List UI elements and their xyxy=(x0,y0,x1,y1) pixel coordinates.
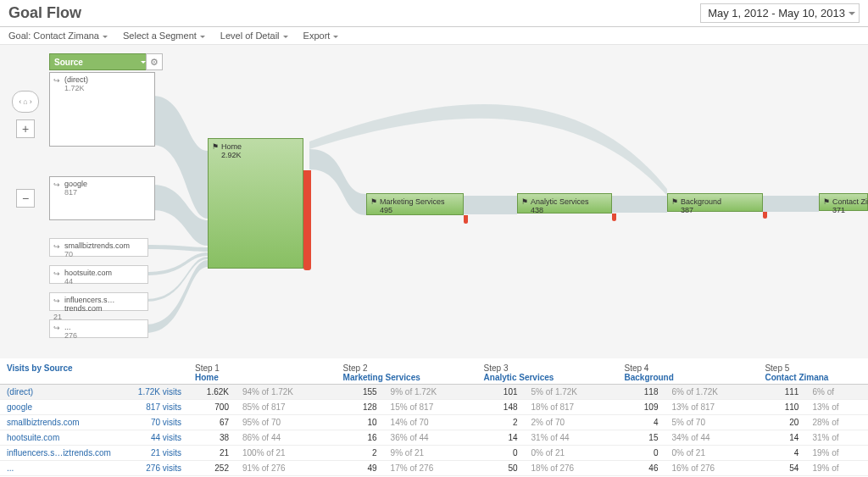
row-source[interactable]: smallbiztrends.com xyxy=(7,418,80,427)
col-step-label: Step 2 xyxy=(343,363,470,373)
cell-pct: 100% of 21 xyxy=(236,446,337,461)
arrow-icon: ↪ xyxy=(53,324,62,332)
cell-value: 109 xyxy=(617,400,665,415)
source-node-smallbiztrends[interactable]: ↪ smallbiztrends.com 70 xyxy=(49,238,148,257)
cell-value: 16 xyxy=(337,430,384,446)
cell-value: 0 xyxy=(617,446,665,461)
cell-value: 50 xyxy=(477,461,525,476)
cell-value: 67 xyxy=(188,415,236,430)
cell-value: 49 xyxy=(337,461,384,476)
source-node-other[interactable]: ↪ ... 276 xyxy=(49,319,148,338)
goal-selector-label: Goal: Contact Zimana xyxy=(8,31,99,41)
step-node-home[interactable]: ⚑ Home 2.92K xyxy=(208,138,303,269)
cell-value: 4 xyxy=(758,446,805,461)
detail-selector-label: Level of Detail xyxy=(220,31,280,41)
step-name: Analytic Services xyxy=(531,197,589,206)
cell-value: 14 xyxy=(758,430,805,446)
cell-pct: 86% of 44 xyxy=(236,430,337,446)
segment-selector[interactable]: Select a Segment xyxy=(123,31,205,41)
cell-pct: 36% of 44 xyxy=(384,430,477,446)
cell-value: 4 xyxy=(617,415,665,430)
col-step-name[interactable]: Background xyxy=(624,373,673,382)
cell-pct: 85% of 817 xyxy=(236,400,337,415)
table-row[interactable]: ...276 visits25291% of 2764917% of 27650… xyxy=(0,461,868,476)
cell-pct: 34% of 44 xyxy=(665,430,758,446)
segment-selector-label: Select a Segment xyxy=(123,31,197,41)
step-node-analytic[interactable]: ⚑ Analytic Services 438 xyxy=(517,193,612,214)
row-source[interactable]: google xyxy=(7,402,32,412)
home-zoom-button[interactable]: ‹ ⌂ › xyxy=(12,91,39,113)
cell-value: 148 xyxy=(477,400,525,415)
row-source[interactable]: influencers.s…iztrends.com xyxy=(7,448,111,458)
cell-pct: 0% of 21 xyxy=(525,446,618,461)
flow-data-table: Visits by Source Step 1Home Step 2Market… xyxy=(0,358,868,476)
table-row[interactable]: google817 visits70085% of 81712815% of 8… xyxy=(0,400,868,415)
row-visits: 1.72K visits xyxy=(138,387,181,397)
settings-button[interactable]: ⚙ xyxy=(146,53,163,70)
row-source[interactable]: (direct) xyxy=(7,387,33,397)
flow-visualization[interactable]: ‹ ⌂ › + − Source ⚙ ↪ (direct) 1.72K ↪ go… xyxy=(0,45,868,358)
flag-icon: ⚑ xyxy=(370,197,377,206)
table-row[interactable]: (direct)1.72K visits1.62K94% of 1.72K155… xyxy=(0,385,868,400)
arrow-icon: ↪ xyxy=(53,180,62,189)
step-node-contact[interactable]: ⚑ Contact Zimana 371 xyxy=(819,193,868,211)
export-label: Export xyxy=(303,31,331,41)
source-node-hootsuite[interactable]: ↪ hootsuite.com 44 xyxy=(49,265,148,284)
step-value: 387 xyxy=(681,206,693,214)
dimension-selector[interactable]: Source xyxy=(49,53,151,70)
source-name: (direct) xyxy=(53,75,151,84)
source-node-direct[interactable]: ↪ (direct) 1.72K xyxy=(49,72,155,147)
source-node-google[interactable]: ↪ google 817 xyxy=(49,176,155,220)
cell-value: 155 xyxy=(337,385,384,400)
table-row[interactable]: influencers.s…iztrends.com21 visits21100… xyxy=(0,446,868,461)
cell-pct: 16% of 276 xyxy=(665,461,758,476)
date-range-text: May 1, 2012 - May 10, 2013 xyxy=(708,7,845,19)
table-row[interactable]: hootsuite.com44 visits3886% of 441636% o… xyxy=(0,430,868,446)
zoom-out-button[interactable]: − xyxy=(16,189,35,208)
arrow-icon: ↪ xyxy=(53,269,62,278)
chevron-down-icon xyxy=(283,36,288,38)
step-node-background[interactable]: ⚑ Background 387 xyxy=(667,193,763,212)
row-source[interactable]: hootsuite.com xyxy=(7,433,59,442)
row-source[interactable]: ... xyxy=(7,463,14,473)
cell-pct: 95% of 70 xyxy=(236,415,337,430)
date-range-picker[interactable]: May 1, 2012 - May 10, 2013 xyxy=(700,3,860,23)
cell-pct: 2% of 70 xyxy=(525,415,618,430)
cell-value: 2 xyxy=(477,415,525,430)
source-value: 1.72K xyxy=(64,84,85,92)
export-menu[interactable]: Export xyxy=(303,31,339,41)
step-name: Home xyxy=(221,142,242,151)
col-step-name[interactable]: Contact Zimana xyxy=(765,373,828,382)
goal-selector[interactable]: Goal: Contact Zimana xyxy=(8,31,108,41)
source-node-influencers[interactable]: ↪ influencers.s…trends.com 21 xyxy=(49,292,148,311)
source-name: hootsuite.com xyxy=(53,269,144,277)
step-value: 495 xyxy=(380,206,392,214)
col-step-label: Step 5 xyxy=(765,363,861,373)
zoom-in-button[interactable]: + xyxy=(16,119,35,138)
step-name: Background xyxy=(681,197,721,206)
cell-value: 700 xyxy=(188,400,236,415)
cell-pct: 13% of xyxy=(805,400,868,415)
home-icon: ⌂ xyxy=(23,97,27,106)
table-row[interactable]: smallbiztrends.com70 visits6795% of 7010… xyxy=(0,415,868,430)
col-step-name[interactable]: Analytic Services xyxy=(484,373,554,382)
cell-pct: 15% of 817 xyxy=(384,400,477,415)
chevron-right-icon: › xyxy=(30,97,32,106)
cell-pct: 13% of 817 xyxy=(665,400,758,415)
source-name: influencers.s…trends.com xyxy=(53,296,144,313)
source-name: ... xyxy=(53,323,144,331)
cell-value: 46 xyxy=(617,461,665,476)
row-visits: 70 visits xyxy=(151,418,181,427)
col-step-name[interactable]: Marketing Services xyxy=(343,373,420,382)
cell-value: 1.62K xyxy=(188,385,236,400)
step-node-marketing[interactable]: ⚑ Marketing Services 495 xyxy=(366,193,464,215)
cell-pct: 18% of 276 xyxy=(525,461,618,476)
step-value: 2.92K xyxy=(221,151,242,159)
cell-value: 252 xyxy=(188,461,236,476)
step-value: 371 xyxy=(832,206,845,214)
detail-selector[interactable]: Level of Detail xyxy=(220,31,288,41)
col-step-label: Step 3 xyxy=(484,363,611,373)
cell-value: 21 xyxy=(188,446,236,461)
cell-value: 111 xyxy=(758,385,805,400)
col-step-name[interactable]: Home xyxy=(195,373,219,382)
